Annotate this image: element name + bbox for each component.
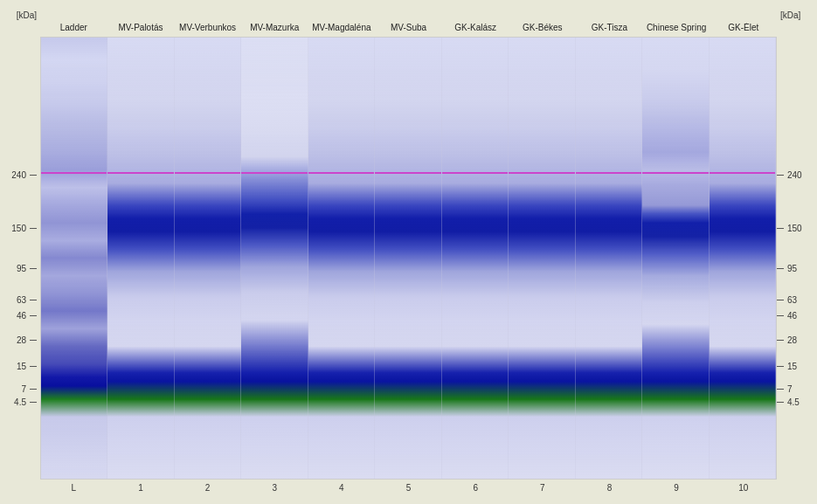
axis-label: 46 (17, 311, 26, 321)
axis-tick (30, 340, 37, 341)
axis-tick (777, 315, 784, 316)
axis-label: 150 (787, 224, 802, 233)
lane-number-3: 3 (241, 483, 308, 493)
lane-header-6: GK-Kalász (442, 23, 509, 33)
axis-tick (777, 340, 784, 341)
left-axis-mark-28: 28 (17, 335, 37, 345)
axis-label: 15 (17, 362, 26, 371)
left-axis-label: [kDa] (17, 10, 37, 20)
left-axis-mark-63: 63 (17, 295, 37, 305)
purple-marker-line (642, 172, 708, 174)
lane-6 (442, 38, 509, 479)
left-axis-mark-4.5: 4.5 (14, 397, 37, 407)
lane-header-2: MV-Verbunkos (174, 23, 241, 33)
right-axis-mark-240: 240 (777, 170, 802, 180)
axis-label: 240 (11, 170, 26, 180)
axis-label: 63 (787, 295, 797, 305)
axis-label: 95 (787, 264, 797, 273)
lane-4 (308, 38, 375, 479)
axis-tick (30, 315, 37, 316)
lane-8 (576, 38, 642, 479)
purple-marker-line (509, 172, 574, 174)
right-axis-label: [kDa] (780, 10, 800, 20)
axis-tick (777, 300, 784, 300)
purple-marker-line (710, 172, 775, 174)
lane-header-4: MV-Magdaléna (308, 23, 376, 33)
purple-marker-line (107, 172, 173, 174)
lane-5 (375, 38, 441, 479)
lane-numbers-row: L12345678910 (40, 480, 777, 495)
lane-header-9: Chinese Spring (643, 23, 710, 33)
lane-9 (642, 38, 709, 479)
axis-tick (30, 402, 37, 403)
purple-marker-line (175, 172, 240, 174)
axis-tick (30, 366, 37, 367)
right-axis: [kDa] 240150956346281574.5 (777, 9, 808, 495)
axis-label: 28 (787, 335, 797, 345)
axis-label: 7 (787, 384, 793, 394)
lane-header-L: Ladder (40, 23, 107, 33)
lane-number-1: 1 (107, 483, 175, 493)
lane-header-10: GK-Élet (710, 23, 777, 33)
axis-tick (30, 268, 37, 269)
right-axis-mark-28: 28 (777, 335, 797, 345)
purple-marker-line (41, 172, 107, 174)
lane-L (41, 38, 107, 479)
gel-main: LadderMV-PalotásMV-VerbunkosMV-MazurkaMV… (40, 9, 777, 495)
right-axis-mark-4.5: 4.5 (777, 397, 800, 407)
lane-header-8: GK-Tisza (576, 23, 643, 33)
lane-number-7: 7 (509, 483, 576, 493)
axis-label: 28 (17, 335, 26, 345)
axis-tick (30, 300, 37, 300)
gel-image-area (40, 37, 777, 480)
axis-label: 63 (17, 295, 26, 305)
axis-label: 95 (17, 264, 26, 273)
axis-tick (777, 228, 784, 229)
lane-header-5: MV-Suba (375, 23, 442, 33)
lane-headers: LadderMV-PalotásMV-VerbunkosMV-MazurkaMV… (40, 9, 777, 37)
axis-label: 46 (787, 311, 797, 321)
left-axis-mark-240: 240 (11, 170, 37, 180)
purple-marker-line (576, 172, 641, 174)
lane-10 (710, 38, 776, 479)
left-axis-mark-150: 150 (11, 224, 37, 233)
lane-number-2: 2 (174, 483, 241, 493)
axis-label: 15 (787, 362, 797, 371)
axis-tick (777, 389, 784, 390)
lane-3 (241, 38, 308, 479)
lane-header-3: MV-Mazurka (241, 23, 308, 33)
lane-number-8: 8 (576, 483, 643, 493)
right-axis-mark-46: 46 (777, 311, 797, 321)
lane-number-10: 10 (710, 483, 777, 493)
lane-number-4: 4 (308, 483, 376, 493)
axis-label: 150 (11, 224, 26, 233)
axis-tick (777, 366, 784, 367)
lane-7 (509, 38, 575, 479)
outer-container: [kDa] 240150956346281574.5 LadderMV-Palo… (0, 0, 817, 504)
axis-tick (30, 175, 37, 176)
left-axis-mark-46: 46 (17, 311, 37, 321)
axis-label: 4.5 (14, 397, 26, 407)
right-axis-mark-7: 7 (777, 384, 793, 394)
gel-wrapper: [kDa] 240150956346281574.5 LadderMV-Palo… (9, 9, 808, 495)
axis-tick (777, 268, 784, 269)
axis-label: 240 (787, 170, 802, 180)
purple-marker-line (308, 172, 374, 174)
lane-header-1: MV-Palotás (107, 23, 175, 33)
axis-tick (777, 175, 784, 176)
purple-marker-line (241, 172, 307, 174)
right-axis-mark-63: 63 (777, 295, 797, 305)
lane-number-L: L (40, 483, 107, 493)
left-axis: [kDa] 240150956346281574.5 (9, 9, 40, 495)
lane-number-5: 5 (375, 483, 442, 493)
right-axis-mark-150: 150 (777, 224, 802, 233)
axis-tick (30, 228, 37, 229)
lane-2 (175, 38, 241, 479)
axis-label: 7 (21, 384, 26, 394)
axis-label: 4.5 (787, 397, 800, 407)
left-axis-mark-15: 15 (17, 362, 37, 371)
purple-marker-line (442, 172, 508, 174)
axis-tick (30, 389, 37, 390)
axis-tick (777, 402, 784, 403)
left-axis-mark-7: 7 (21, 384, 37, 394)
